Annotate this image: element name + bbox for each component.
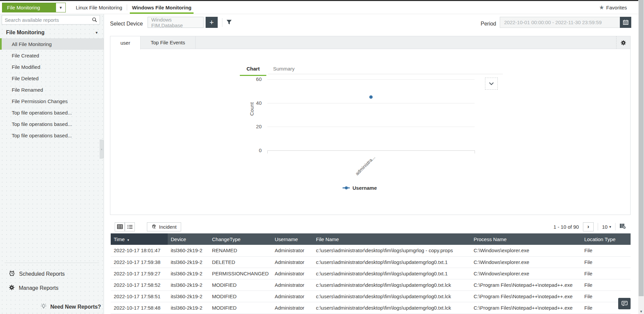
data-point-username[interactable] xyxy=(369,95,373,99)
table-cell: itsl360-2k19-2 xyxy=(168,245,209,256)
list-view-button[interactable] xyxy=(125,222,135,231)
table-cell: DELETED xyxy=(209,256,272,268)
sidebar-item-file-renamed[interactable]: File Renamed xyxy=(0,84,104,95)
calendar-icon[interactable] xyxy=(620,17,631,28)
top-bar: File Monitoring ▾ Linux File MonitoringW… xyxy=(0,1,638,14)
period-value[interactable]: 2022-10-01 00:00:00 - 2022-11-30 23:59:5… xyxy=(500,17,620,28)
chart-legend[interactable]: Username xyxy=(342,185,377,191)
sidebar: File Monitoring ▾ All File MonitoringFil… xyxy=(0,14,104,314)
collapse-caret-icon: ▾ xyxy=(96,30,98,35)
table-row[interactable]: 2022-10-17 17:59:38itsl360-2k19-2DELETED… xyxy=(111,256,631,268)
table-cell: C:\Windows\explorer.exe xyxy=(471,268,581,279)
table-row[interactable]: 2022-10-17 17:58:51itsl360-2k19-2MODIFIE… xyxy=(111,290,631,302)
manage-reports-button[interactable]: Manage Reports xyxy=(0,281,104,295)
search-icon[interactable] xyxy=(90,17,100,23)
table-cell: C:\Program Files\Notepad++\notepad++.exe xyxy=(471,290,581,302)
column-header-changetype[interactable]: ChangeType xyxy=(209,233,272,245)
sidebar-collapse-handle[interactable]: ‹ xyxy=(100,140,104,159)
tab-linux-file-monitoring[interactable]: Linux File Monitoring xyxy=(71,1,127,14)
report-tabs: userTop File Events xyxy=(110,36,631,49)
chart-options-chevron-button[interactable] xyxy=(485,78,498,90)
sidebar-item-file-permission-changes[interactable]: File Permission Changes xyxy=(0,95,104,107)
legend-label: Username xyxy=(353,185,377,191)
feedback-chat-button[interactable] xyxy=(618,298,631,309)
sidebar-items: All File MonitoringFile CreatedFile Modi… xyxy=(0,38,104,141)
table-cell: Administrator xyxy=(272,279,313,290)
sidebar-item-file-deleted[interactable]: File Deleted xyxy=(0,73,104,84)
sidebar-section-file-monitoring[interactable]: File Monitoring ▾ xyxy=(0,28,104,37)
sidebar-item-all-file-monitoring[interactable]: All File Monitoring xyxy=(0,38,104,50)
column-header-time[interactable]: Time▾ xyxy=(111,233,168,245)
section-label: File Monitoring xyxy=(6,30,96,36)
sidebar-item-file-modified[interactable]: File Modified xyxy=(0,61,104,73)
table-header: Time▾DeviceChangeTypeUsernameFile NamePr… xyxy=(111,233,631,245)
chart-panel: ChartSummary Count 6040200administra... … xyxy=(110,49,631,215)
scroll-down-arrow[interactable]: ▼ xyxy=(638,310,644,313)
column-header-file-name[interactable]: File Name xyxy=(313,233,471,245)
events-table: Time▾DeviceChangeTypeUsernameFile NamePr… xyxy=(111,233,631,314)
gridline xyxy=(267,127,475,127)
need-new-reports-button[interactable]: Need New Reports? xyxy=(40,303,101,311)
sidebar-item-top-file-operations-based-7[interactable]: Top file operations based... xyxy=(0,118,104,130)
next-page-button[interactable]: › xyxy=(583,222,594,231)
gridline xyxy=(267,150,475,151)
sidebar-item-top-file-operations-based[interactable]: Top file operations based... xyxy=(0,107,104,118)
alarm-clock-icon xyxy=(9,270,15,278)
table-cell: File xyxy=(581,268,631,279)
report-tab-user[interactable]: user xyxy=(110,36,141,49)
light-bulb-icon xyxy=(40,303,47,311)
sidebar-item-top-file-operations-based-8[interactable]: Top file operations based... xyxy=(0,130,104,141)
table-cell: 2022-10-17 17:58:52 xyxy=(111,279,168,290)
table-row[interactable]: 2022-10-17 17:59:27itsl360-2k19-2PERMISS… xyxy=(111,268,631,279)
sidebar-divider xyxy=(5,263,99,263)
report-group-dropdown[interactable]: File Monitoring ▾ xyxy=(2,3,66,12)
y-tick-label: 20 xyxy=(241,124,262,129)
favorites-button[interactable]: ★ Favorites xyxy=(599,1,627,14)
table-row[interactable]: 2022-10-17 18:01:47itsl360-2k19-2RENAMED… xyxy=(111,245,631,256)
page-size-dropdown[interactable]: 10 ▾ xyxy=(602,224,611,230)
device-select-input[interactable]: Windows FIM,Database xyxy=(148,17,204,28)
chevron-down-icon[interactable]: ▾ xyxy=(56,3,65,12)
add-device-button[interactable]: + xyxy=(206,17,218,28)
table-cell: 2022-10-17 17:59:38 xyxy=(111,256,168,268)
panel-tab-chart[interactable]: Chart xyxy=(240,64,266,76)
column-header-process-name[interactable]: Process Name xyxy=(471,233,581,245)
top-tabs: Linux File MonitoringWindows File Monito… xyxy=(71,1,196,14)
divider xyxy=(222,18,222,27)
table-cell: C:\Windows\explorer.exe xyxy=(471,245,581,256)
report-search xyxy=(2,15,100,25)
column-header-username[interactable]: Username xyxy=(272,233,313,245)
incident-button[interactable]: Incident xyxy=(147,222,181,231)
gridline xyxy=(267,103,475,103)
period-picker[interactable]: 2022-10-01 00:00:00 - 2022-11-30 23:59:5… xyxy=(500,17,631,28)
sidebar-item-file-created[interactable]: File Created xyxy=(0,50,104,61)
y-tick-label: 0 xyxy=(241,147,262,153)
report-tab-top-file-events[interactable]: Top File Events xyxy=(141,36,196,49)
incident-label: Incident xyxy=(159,224,177,230)
table-cell: 2022-10-17 17:58:51 xyxy=(111,290,168,302)
search-input[interactable] xyxy=(2,17,90,23)
scrollbar-thumb[interactable] xyxy=(639,0,644,296)
table-cell: MODIFIED xyxy=(209,302,272,313)
table-row[interactable]: 2022-10-17 17:58:52itsl360-2k19-2MODIFIE… xyxy=(111,279,631,290)
report-settings-button[interactable] xyxy=(616,36,630,49)
table-row[interactable]: 2022-10-17 17:58:48itsl360-2k19-2MODIFIE… xyxy=(111,302,631,313)
vertical-scrollbar[interactable]: ▼ xyxy=(638,0,644,314)
table-cell: Administrator xyxy=(272,256,313,268)
column-header-location-type[interactable]: Location Type xyxy=(581,233,631,245)
scheduled-reports-button[interactable]: Scheduled Reports xyxy=(0,267,104,281)
filter-funnel-icon[interactable] xyxy=(226,19,232,27)
table-body: 2022-10-17 18:01:47itsl360-2k19-2RENAMED… xyxy=(111,245,631,313)
incident-icon xyxy=(151,224,157,230)
select-device-label: Select Device xyxy=(110,21,143,27)
table-cell: File xyxy=(581,245,631,256)
tab-windows-file-monitoring[interactable]: Windows File Monitoring xyxy=(127,1,196,14)
need-new-reports-label: Need New Reports? xyxy=(50,304,101,310)
grid-view-button[interactable] xyxy=(115,222,125,231)
axis-stub xyxy=(267,150,268,153)
add-column-icon[interactable] xyxy=(620,223,626,230)
x-tick-label: administra... xyxy=(348,154,376,182)
column-header-device[interactable]: Device xyxy=(168,233,209,245)
table-cell: C:\Program Files\Notepad++\notepad++.exe xyxy=(471,302,581,313)
y-tick-label: 40 xyxy=(241,100,262,106)
